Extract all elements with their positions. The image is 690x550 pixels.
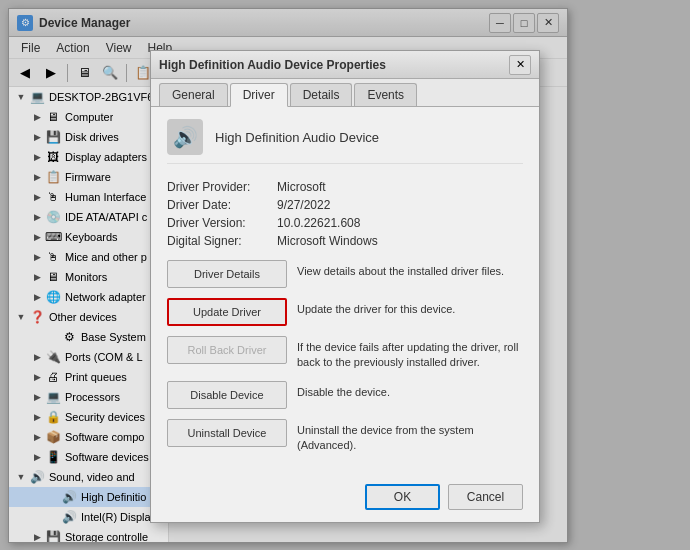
date-label: Driver Date: [167, 198, 277, 212]
dialog-footer: OK Cancel [151, 476, 539, 522]
device-header: 🔊 High Definition Audio Device [167, 119, 523, 164]
update-driver-row: Update Driver Update the driver for this… [167, 298, 523, 326]
update-driver-button[interactable]: Update Driver [167, 298, 287, 326]
driver-details-desc: View details about the installed driver … [297, 260, 504, 279]
action-buttons-section: Driver Details View details about the in… [167, 260, 523, 464]
cancel-button[interactable]: Cancel [448, 484, 523, 510]
roll-back-desc: If the device fails after updating the d… [297, 336, 523, 371]
update-driver-desc: Update the driver for this device. [297, 298, 455, 317]
tab-events[interactable]: Events [354, 83, 417, 106]
signer-label: Digital Signer: [167, 234, 277, 248]
dialog-title: High Definition Audio Device Properties [159, 58, 509, 72]
dialog-title-bar: High Definition Audio Device Properties … [151, 51, 539, 79]
version-label: Driver Version: [167, 216, 277, 230]
roll-back-row: Roll Back Driver If the device fails aft… [167, 336, 523, 371]
uninstall-device-row: Uninstall Device Uninstall the device fr… [167, 419, 523, 454]
uninstall-device-desc: Uninstall the device from the system (Ad… [297, 419, 523, 454]
tab-driver[interactable]: Driver [230, 83, 288, 107]
date-value: 9/27/2022 [277, 198, 330, 212]
properties-dialog: High Definition Audio Device Properties … [150, 50, 540, 523]
driver-info-table: Driver Provider: Microsoft Driver Date: … [167, 180, 523, 248]
driver-version-row: Driver Version: 10.0.22621.608 [167, 216, 523, 230]
tab-bar: General Driver Details Events [151, 79, 539, 107]
disable-device-desc: Disable the device. [297, 381, 390, 400]
disable-device-row: Disable Device Disable the device. [167, 381, 523, 409]
roll-back-button[interactable]: Roll Back Driver [167, 336, 287, 364]
digital-signer-row: Digital Signer: Microsoft Windows [167, 234, 523, 248]
dialog-overlay: High Definition Audio Device Properties … [0, 0, 690, 550]
disable-device-button[interactable]: Disable Device [167, 381, 287, 409]
provider-value: Microsoft [277, 180, 326, 194]
signer-value: Microsoft Windows [277, 234, 378, 248]
driver-details-row: Driver Details View details about the in… [167, 260, 523, 288]
driver-details-button[interactable]: Driver Details [167, 260, 287, 288]
version-value: 10.0.22621.608 [277, 216, 360, 230]
ok-button[interactable]: OK [365, 484, 440, 510]
tab-details[interactable]: Details [290, 83, 353, 106]
dialog-content: 🔊 High Definition Audio Device Driver Pr… [151, 107, 539, 476]
driver-provider-row: Driver Provider: Microsoft [167, 180, 523, 194]
provider-label: Driver Provider: [167, 180, 277, 194]
device-name: High Definition Audio Device [215, 130, 379, 145]
tab-general[interactable]: General [159, 83, 228, 106]
device-icon: 🔊 [167, 119, 203, 155]
dialog-close-button[interactable]: ✕ [509, 55, 531, 75]
uninstall-device-button[interactable]: Uninstall Device [167, 419, 287, 447]
driver-date-row: Driver Date: 9/27/2022 [167, 198, 523, 212]
